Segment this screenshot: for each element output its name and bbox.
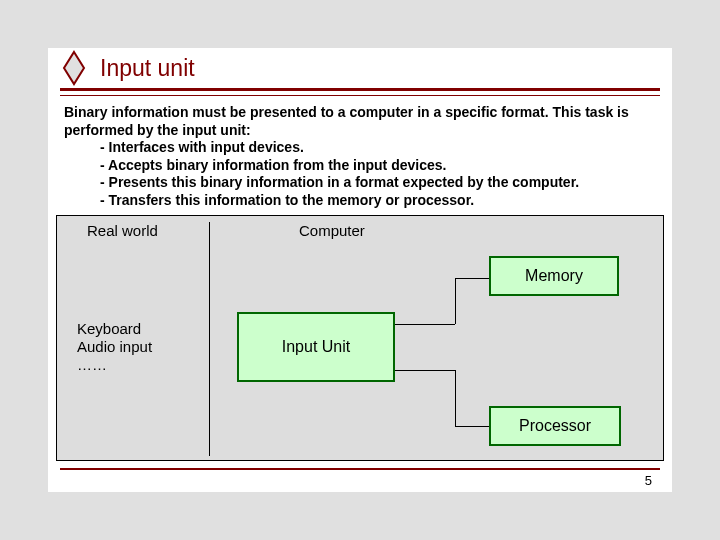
diagram: Real world Computer Keyboard Audio input… bbox=[56, 215, 664, 461]
box-memory-label: Memory bbox=[525, 267, 583, 285]
page-title: Input unit bbox=[100, 55, 195, 82]
box-processor: Processor bbox=[489, 406, 621, 446]
page-number: 5 bbox=[645, 473, 652, 488]
connector-line bbox=[395, 324, 455, 325]
diamond-icon bbox=[62, 50, 86, 86]
title-rule bbox=[60, 88, 660, 91]
bullet-list: - Interfaces with input devices. - Accep… bbox=[100, 139, 656, 209]
box-input-unit: Input Unit bbox=[237, 312, 395, 382]
intro-text: Binary information must be presented to … bbox=[64, 104, 656, 139]
box-memory: Memory bbox=[489, 256, 619, 296]
body-text: Binary information must be presented to … bbox=[48, 96, 672, 209]
title-row: Input unit bbox=[48, 48, 672, 88]
box-processor-label: Processor bbox=[519, 417, 591, 435]
connector-line bbox=[455, 278, 489, 279]
connector-line bbox=[455, 370, 456, 426]
vertical-divider bbox=[209, 222, 210, 456]
connector-line bbox=[455, 426, 489, 427]
label-real-world: Real world bbox=[87, 222, 158, 239]
realworld-items: Keyboard Audio input …… bbox=[77, 320, 152, 374]
box-input-unit-label: Input Unit bbox=[282, 338, 350, 356]
bullet-item: - Accepts binary information from the in… bbox=[100, 157, 656, 175]
label-computer: Computer bbox=[299, 222, 365, 239]
bullet-item: - Presents this binary information in a … bbox=[100, 174, 656, 192]
bullet-item: - Transfers this information to the memo… bbox=[100, 192, 656, 210]
slide: Input unit Binary information must be pr… bbox=[48, 48, 672, 492]
svg-marker-0 bbox=[64, 52, 84, 84]
connector-line bbox=[395, 370, 455, 371]
connector-line bbox=[455, 278, 456, 324]
bottom-rule bbox=[60, 468, 660, 470]
bullet-item: - Interfaces with input devices. bbox=[100, 139, 656, 157]
